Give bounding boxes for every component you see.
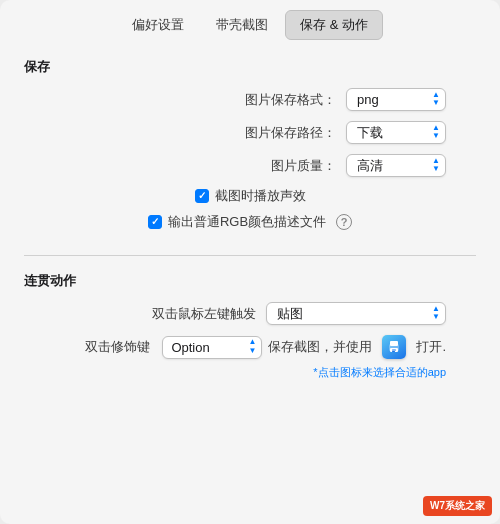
tab-save-action[interactable]: 保存 & 动作 bbox=[285, 10, 383, 40]
trigger-select[interactable]: 贴图 复制 保存 无 bbox=[266, 302, 446, 325]
main-content: 保存 图片保存格式： png jpg tiff pdf ▲ ▼ bbox=[0, 40, 500, 424]
quality-label: 图片质量： bbox=[271, 157, 336, 175]
trigger-label: 双击鼠标左键触发 bbox=[152, 305, 256, 323]
checkbox1-inner: ✓ 截图时播放声效 bbox=[195, 187, 306, 205]
window: 偏好设置 带壳截图 保存 & 动作 保存 图片保存格式： png jpg tif… bbox=[0, 0, 500, 524]
path-select[interactable]: 下载 桌面 文稿 bbox=[346, 121, 446, 144]
action-section: 连贯动作 双击鼠标左键触发 贴图 复制 保存 无 ▲ ▼ bbox=[24, 272, 476, 380]
checkbox1[interactable]: ✓ bbox=[195, 189, 209, 203]
checkbox2[interactable]: ✓ bbox=[148, 215, 162, 229]
save-and-use-label: 保存截图，并使用 bbox=[268, 338, 372, 356]
checkbox1-check: ✓ bbox=[198, 191, 206, 201]
tab-screenshot[interactable]: 带壳截图 bbox=[201, 10, 283, 40]
svg-rect-3 bbox=[392, 350, 396, 351]
tab-preferences[interactable]: 偏好设置 bbox=[117, 10, 199, 40]
checkbox2-check: ✓ bbox=[151, 217, 159, 227]
section-divider bbox=[24, 255, 476, 256]
checkbox2-label: 输出普通RGB颜色描述文件 bbox=[168, 213, 326, 231]
format-label: 图片保存格式： bbox=[245, 91, 336, 109]
quality-select-wrapper: 高清 普通 低质量 ▲ ▼ bbox=[346, 154, 446, 177]
modifier-label: 双击修饰键 bbox=[85, 338, 150, 356]
printer-icon bbox=[387, 340, 401, 354]
question-mark-icon[interactable]: ? bbox=[336, 214, 352, 230]
hint-text[interactable]: *点击图标来选择合适的app bbox=[24, 365, 476, 380]
modifier-select[interactable]: Option Command Control Shift bbox=[162, 336, 262, 359]
open-label: 打开. bbox=[416, 338, 446, 356]
app-icon-button[interactable] bbox=[382, 335, 406, 359]
checkbox2-inner: ✓ 输出普通RGB颜色描述文件 ? bbox=[148, 213, 352, 231]
quality-select[interactable]: 高清 普通 低质量 bbox=[346, 154, 446, 177]
modifier-row: 双击修饰键 Option Command Control Shift ▲ ▼ 保… bbox=[24, 335, 476, 359]
action-section-title: 连贯动作 bbox=[24, 272, 476, 290]
tab-bar: 偏好设置 带壳截图 保存 & 动作 bbox=[0, 0, 500, 40]
save-section-title: 保存 bbox=[24, 58, 476, 76]
trigger-row: 双击鼠标左键触发 贴图 复制 保存 无 ▲ ▼ bbox=[24, 302, 476, 325]
path-label: 图片保存路径： bbox=[245, 124, 336, 142]
quality-row: 图片质量： 高清 普通 低质量 ▲ ▼ bbox=[24, 154, 476, 177]
save-section: 保存 图片保存格式： png jpg tiff pdf ▲ ▼ bbox=[24, 58, 476, 231]
modifier-select-wrapper: Option Command Control Shift ▲ ▼ bbox=[162, 336, 262, 359]
format-select[interactable]: png jpg tiff pdf bbox=[346, 88, 446, 111]
watermark: W7系统之家 bbox=[423, 496, 492, 516]
path-row: 图片保存路径： 下载 桌面 文稿 ▲ ▼ bbox=[24, 121, 476, 144]
format-row: 图片保存格式： png jpg tiff pdf ▲ ▼ bbox=[24, 88, 476, 111]
format-select-wrapper: png jpg tiff pdf ▲ ▼ bbox=[346, 88, 446, 111]
svg-rect-1 bbox=[390, 341, 398, 346]
trigger-select-wrapper: 贴图 复制 保存 无 ▲ ▼ bbox=[266, 302, 446, 325]
checkbox1-label: 截图时播放声效 bbox=[215, 187, 306, 205]
checkbox2-row: ✓ 输出普通RGB颜色描述文件 ? bbox=[24, 213, 476, 231]
svg-rect-4 bbox=[392, 351, 395, 352]
path-select-wrapper: 下载 桌面 文稿 ▲ ▼ bbox=[346, 121, 446, 144]
checkbox1-row: ✓ 截图时播放声效 bbox=[24, 187, 476, 205]
